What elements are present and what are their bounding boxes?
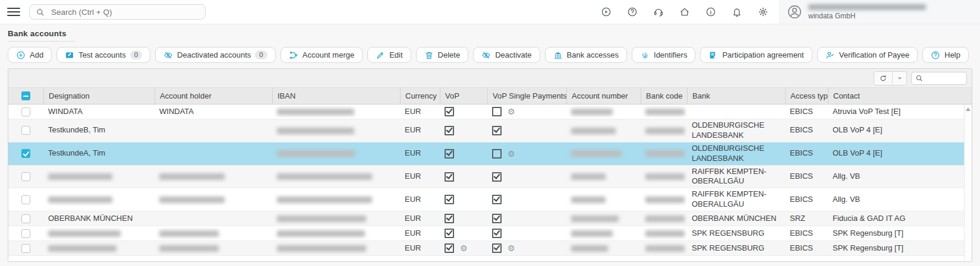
cell-account-holder bbox=[155, 153, 272, 155]
vop-single-checkbox[interactable] bbox=[492, 229, 502, 238]
cell-account-number bbox=[566, 170, 641, 183]
row-checkbox[interactable] bbox=[21, 107, 30, 116]
table-row[interactable]: EURRAIFFBK KEMPTEN-OBERALLGÄUEBICSAllg. … bbox=[8, 166, 972, 189]
bank-accesses-button[interactable]: Bank accesses bbox=[545, 47, 627, 63]
refresh-options-button[interactable] bbox=[892, 72, 906, 85]
vop-single-checkbox[interactable] bbox=[492, 126, 502, 135]
column-header-contact[interactable]: Contact bbox=[828, 88, 972, 104]
menu-icon[interactable] bbox=[7, 5, 20, 18]
add-button[interactable]: Add bbox=[8, 47, 52, 63]
redacted-account-number bbox=[571, 150, 622, 157]
row-checkbox[interactable] bbox=[21, 126, 30, 135]
row-checkbox[interactable] bbox=[21, 244, 30, 253]
help-button[interactable]: Help bbox=[922, 47, 969, 63]
vop-checkbox[interactable] bbox=[445, 214, 454, 223]
cell-vop-single: ⚙ bbox=[487, 147, 566, 160]
vop-checkbox[interactable] bbox=[445, 172, 454, 182]
table-row[interactable]: EURRAIFFBK KEMPTEN-OBERALLGÄUEBICSAllg. … bbox=[8, 188, 972, 211]
edit-button[interactable]: Edit bbox=[367, 47, 411, 63]
cell-designation: WINDATA bbox=[43, 106, 155, 118]
vop-single-checkbox[interactable] bbox=[492, 214, 502, 223]
global-search-input[interactable] bbox=[50, 7, 199, 17]
column-header-designation[interactable]: Designation bbox=[43, 88, 155, 104]
redacted-iban bbox=[277, 245, 366, 252]
vop-checkbox[interactable] bbox=[445, 195, 454, 204]
global-search[interactable] bbox=[29, 4, 206, 20]
column-header-currency[interactable]: Currency bbox=[400, 88, 440, 104]
info-circle-icon[interactable] bbox=[705, 7, 716, 17]
settings-gear-icon[interactable]: ⚙ bbox=[508, 107, 515, 116]
action-label: Delete bbox=[438, 50, 461, 59]
vop-checkbox[interactable] bbox=[445, 126, 454, 135]
column-header-iban[interactable]: IBAN bbox=[272, 88, 400, 104]
vertical-scrollbar[interactable] bbox=[964, 104, 972, 261]
cell-vop-single bbox=[487, 194, 566, 206]
table-row[interactable]: EUR⚙⚙SPK REGENSBURGEBICSSPK Regensburg [… bbox=[8, 241, 972, 256]
select-all-checkbox[interactable] bbox=[21, 91, 30, 100]
vop-single-checkbox[interactable] bbox=[492, 172, 502, 182]
topbar-icon-group bbox=[601, 0, 768, 24]
redacted-iban bbox=[277, 128, 354, 134]
column-header-vop-single-payments[interactable]: VoP Single Payments bbox=[487, 88, 566, 104]
scroll-up-icon[interactable] bbox=[966, 107, 970, 111]
bell-icon[interactable] bbox=[732, 7, 742, 17]
row-checkbox[interactable] bbox=[21, 229, 30, 238]
cell-contact: SPK Regensburg [T] bbox=[828, 242, 972, 255]
row-checkbox[interactable] bbox=[21, 214, 30, 223]
column-header-vop[interactable]: VoP bbox=[440, 88, 487, 104]
cell-designation bbox=[43, 227, 155, 240]
verification-of-payee-button[interactable]: Verification of Payee bbox=[817, 47, 918, 63]
header-checkbox-cell bbox=[8, 88, 43, 104]
identifiers-button[interactable]: Identifiers bbox=[632, 47, 695, 63]
headset-icon[interactable] bbox=[653, 7, 664, 17]
vop-checkbox[interactable] bbox=[445, 229, 454, 238]
row-checkbox[interactable] bbox=[21, 172, 30, 181]
participation-agreement-button[interactable]: Participation agreement bbox=[700, 47, 812, 63]
vop-checkbox[interactable] bbox=[445, 107, 454, 116]
account-merge-button[interactable]: Account merge bbox=[281, 47, 363, 63]
cell-access-type: EBICS bbox=[785, 124, 828, 137]
play-circle-icon[interactable] bbox=[601, 7, 612, 17]
test-accounts-button[interactable]: Test accounts0 bbox=[56, 47, 150, 63]
table-header-row: DesignationAccount holderIBANCurrencyVoP… bbox=[8, 88, 972, 104]
settings-gear-icon[interactable]: ⚙ bbox=[508, 244, 515, 252]
home-icon[interactable] bbox=[679, 7, 690, 17]
settings-gear-icon[interactable]: ⚙ bbox=[460, 244, 468, 252]
vop-single-checkbox[interactable] bbox=[492, 243, 502, 253]
vop-single-checkbox[interactable] bbox=[492, 107, 502, 116]
column-header-bank-code[interactable]: Bank code bbox=[641, 88, 687, 104]
column-header-account-number[interactable]: Account number bbox=[566, 88, 641, 104]
trash-icon bbox=[424, 50, 434, 60]
row-checkbox[interactable] bbox=[21, 195, 30, 204]
cell-contact: Allg. VB bbox=[828, 194, 972, 206]
help-circle-icon[interactable] bbox=[627, 7, 638, 17]
vop-single-checkbox[interactable] bbox=[492, 195, 502, 204]
deactivate-button[interactable]: Deactivate bbox=[473, 47, 540, 63]
table-row[interactable]: OBERBANK MÜNCHENEUROBERBANK MÜNCHENSRZFi… bbox=[8, 211, 972, 226]
row-checkbox[interactable] bbox=[21, 149, 30, 158]
user-panel[interactable]: windata GmbH bbox=[779, 0, 980, 24]
settings-gear-icon[interactable]: ⚙ bbox=[508, 150, 515, 158]
delete-button[interactable]: Delete bbox=[416, 47, 469, 63]
redacted-bank-code bbox=[645, 128, 685, 134]
vop-single-checkbox[interactable] bbox=[492, 149, 502, 159]
refresh-button[interactable] bbox=[874, 72, 892, 85]
vop-checkbox[interactable] bbox=[445, 149, 454, 159]
table-row[interactable]: EURSPK REGENSBURGEBICSSPK Regensburg [T] bbox=[8, 226, 972, 241]
column-header-account-holder[interactable]: Account holder bbox=[155, 88, 272, 104]
column-header-access-type[interactable]: Access type bbox=[785, 88, 828, 104]
cell-currency: EUR bbox=[400, 242, 440, 255]
gear-icon[interactable] bbox=[758, 7, 768, 17]
table-search[interactable] bbox=[911, 72, 967, 85]
column-header-bank[interactable]: Bank bbox=[687, 88, 785, 104]
table-search-input[interactable] bbox=[926, 73, 963, 83]
table-row[interactable]: TestkundeA, TimEUR⚙OLDENBURGISCHE LANDES… bbox=[8, 142, 972, 166]
redacted-account-number bbox=[571, 216, 619, 222]
action-label: Test accounts bbox=[78, 50, 126, 59]
table-row[interactable]: TestkundeB, TimEUROLDENBURGISCHE LANDESB… bbox=[8, 119, 972, 142]
table-row[interactable]: WINDATAWINDATAEUR⚙EBICSAtruvia VoP Test … bbox=[8, 104, 972, 119]
vop-checkbox[interactable] bbox=[445, 243, 454, 253]
redacted-bank-code bbox=[645, 150, 685, 157]
action-label: Verification of Payee bbox=[839, 50, 910, 59]
deactivated-accounts-button[interactable]: Deactivated accounts0 bbox=[155, 47, 276, 63]
